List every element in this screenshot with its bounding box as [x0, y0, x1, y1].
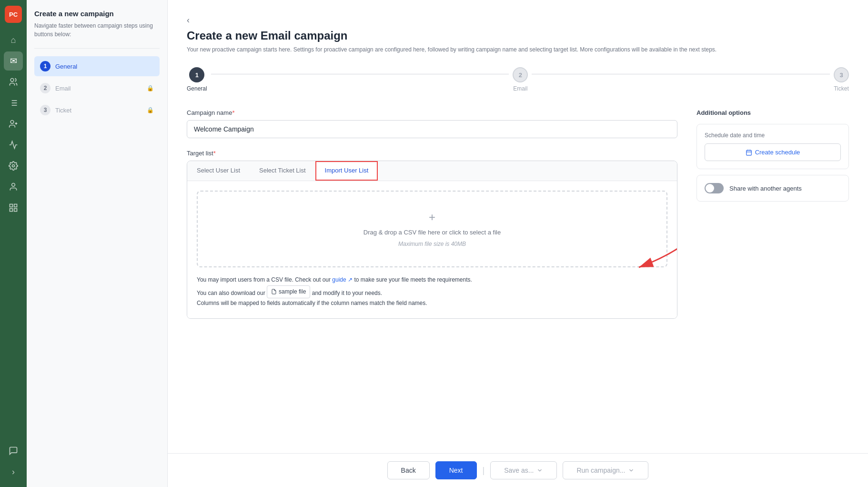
- drop-zone-text: Drag & drop a CSV file here or click to …: [363, 229, 501, 236]
- create-schedule-button[interactable]: Create schedule: [705, 143, 841, 161]
- lock-icon-ticket: 🔒: [147, 107, 154, 113]
- toggle-thumb: [706, 184, 714, 193]
- svg-point-7: [10, 121, 14, 124]
- additional-options-title: Additional options: [696, 109, 849, 116]
- page-title: Create a new Email campaign: [187, 29, 849, 42]
- svg-point-10: [12, 165, 15, 167]
- form-right: Additional options Schedule date and tim…: [696, 109, 849, 319]
- add-contacts-icon[interactable]: [4, 114, 23, 133]
- tab-select-user-list[interactable]: Select User List: [187, 161, 250, 181]
- back-button[interactable]: Back: [387, 461, 430, 479]
- nav-item-ticket[interactable]: 3 Ticket 🔒: [34, 100, 160, 120]
- svg-rect-12: [10, 204, 13, 207]
- target-list-label: Target list*: [187, 150, 677, 157]
- nav-item-general[interactable]: 1 General: [34, 56, 160, 76]
- nav-num-2: 2: [40, 83, 50, 93]
- tab-select-ticket-list[interactable]: Select Ticket List: [250, 161, 315, 181]
- main-content: ‹ Create a new Email campaign Your new p…: [168, 0, 868, 453]
- step-label-general: General: [187, 85, 207, 92]
- panel-description: Navigate faster between campaign steps u…: [34, 21, 160, 39]
- step-line-2-3: [532, 74, 830, 74]
- footer-divider: |: [483, 466, 485, 476]
- svg-rect-13: [14, 204, 17, 207]
- calendar-icon: [746, 149, 752, 156]
- email-icon[interactable]: ✉: [4, 51, 23, 71]
- nav-item-email[interactable]: 2 Email 🔒: [34, 78, 160, 98]
- collapse-icon[interactable]: ›: [4, 462, 23, 481]
- red-arrow-annotation: [620, 229, 677, 277]
- nav-label-ticket: Ticket: [55, 107, 142, 114]
- left-panel: Create a new campaign Navigate faster be…: [27, 0, 168, 487]
- next-button[interactable]: Next: [435, 461, 477, 479]
- run-campaign-button[interactable]: Run campaign...: [563, 461, 648, 479]
- app-logo: PC: [5, 6, 22, 23]
- import-info: You may import users from a CSV file. Ch…: [197, 275, 667, 309]
- nav-num-1: 1: [40, 61, 50, 71]
- form-left: Campaign name* Target list* Select User …: [187, 109, 677, 319]
- svg-point-0: [10, 79, 14, 82]
- save-as-chevron-icon: [536, 467, 543, 474]
- tabs-header: Select User List Select Ticket List Impo…: [187, 161, 677, 181]
- panel-title: Create a new campaign: [34, 10, 160, 18]
- drop-zone-size: Maximum file size is 40MB: [398, 241, 466, 247]
- svg-rect-15: [10, 209, 13, 212]
- step-circle-3: 3: [834, 67, 849, 82]
- page-subtitle: Your new proactive campaign starts here.…: [187, 45, 849, 54]
- step-line-1-2: [211, 74, 509, 74]
- step-label-email: Email: [513, 85, 527, 92]
- save-as-button[interactable]: Save as...: [490, 461, 557, 479]
- guide-link[interactable]: guide ↗: [332, 276, 353, 283]
- grid-icon[interactable]: [4, 198, 23, 217]
- chat-icon[interactable]: [4, 441, 23, 460]
- step-circle-2: 2: [513, 67, 528, 82]
- back-arrow-icon[interactable]: ‹: [187, 15, 190, 25]
- step-1: 1 General: [187, 67, 207, 92]
- footer: Back Next | Save as... Run campaign...: [168, 453, 868, 487]
- nav-label-general: General: [55, 63, 154, 70]
- main-area: ‹ Create a new Email campaign Your new p…: [168, 0, 868, 487]
- schedule-card: Schedule date and time Create schedule: [696, 124, 849, 169]
- nav-label-email: Email: [55, 85, 142, 92]
- tabs-body: + Drag & drop a CSV file here or click t…: [187, 181, 677, 318]
- csv-drop-zone[interactable]: + Drag & drop a CSV file here or click t…: [197, 191, 667, 267]
- share-card: Share with another agents: [696, 175, 849, 202]
- stepper: 1 General 2 Email 3 Ticket: [187, 67, 849, 92]
- home-icon[interactable]: ⌂: [4, 30, 23, 50]
- campaign-name-label: Campaign name*: [187, 109, 677, 116]
- settings-icon[interactable]: [4, 156, 23, 175]
- form-body: Campaign name* Target list* Select User …: [187, 109, 849, 319]
- schedule-card-label: Schedule date and time: [705, 132, 841, 139]
- share-label: Share with another agents: [729, 185, 802, 192]
- campaign-name-input[interactable]: [187, 120, 677, 138]
- drop-zone-container: + Drag & drop a CSV file here or click t…: [197, 191, 667, 267]
- tab-import-user-list[interactable]: Import User List: [315, 161, 378, 181]
- user-icon[interactable]: [4, 177, 23, 196]
- svg-point-11: [12, 183, 15, 187]
- sample-file-link[interactable]: sample file: [267, 285, 310, 299]
- step-2: 2 Email: [513, 67, 528, 92]
- list-icon[interactable]: [4, 93, 23, 112]
- svg-rect-14: [14, 209, 17, 212]
- contacts-icon[interactable]: [4, 72, 23, 91]
- step-circle-1: 1: [189, 67, 204, 82]
- plus-icon: +: [429, 211, 435, 224]
- target-list-tabs: Select User List Select Ticket List Impo…: [187, 161, 677, 319]
- step-3: 3 Ticket: [834, 67, 849, 92]
- step-label-ticket: Ticket: [834, 85, 849, 92]
- lock-icon-email: 🔒: [147, 85, 154, 91]
- share-toggle[interactable]: [705, 183, 724, 193]
- svg-rect-17: [746, 150, 751, 155]
- run-campaign-chevron-icon: [628, 467, 635, 474]
- sidebar: PC ⌂ ✉ ›: [0, 0, 27, 487]
- nav-num-3: 3: [40, 105, 50, 115]
- analytics-icon[interactable]: [4, 135, 23, 154]
